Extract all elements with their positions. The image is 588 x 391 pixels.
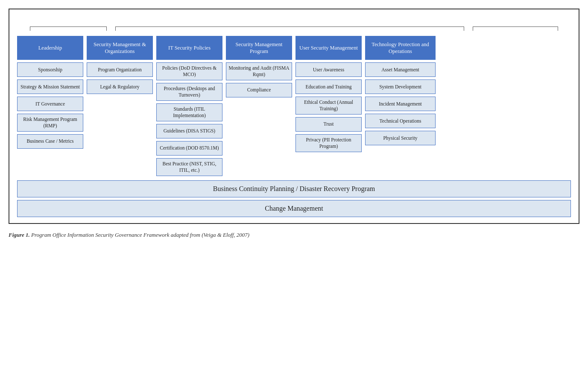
sub-box-itpol-2: Standards (ITIL Implementation)	[156, 103, 222, 121]
column-smo: Security Management & OrganizationsProgr…	[87, 36, 153, 94]
sub-box-usm-2: Ethical Conduct (Annual Training)	[295, 97, 362, 115]
sub-box-usm-4: Privacy (PII Protection Program)	[295, 134, 362, 152]
sub-box-tpo-2: Incident Management	[365, 97, 436, 111]
sub-box-itpol-4: Certification (DOD 8570.1M)	[156, 141, 222, 156]
sub-box-tpo-0: Asset Management	[365, 62, 436, 77]
col-header-itpol: IT Security Policies	[156, 36, 222, 60]
sub-box-itpol-0: Policies (DoD Directives & MCO)	[156, 62, 222, 80]
sub-box-itpol-5: Best Practice (NIST, STIG, ITIL, etc.)	[156, 158, 222, 176]
sub-box-itpol-3: Guidelines (DISA STIGS)	[156, 124, 222, 138]
sub-box-smp-1: Compliance	[226, 83, 292, 97]
col-header-tpo: Technology Protection and Operations	[365, 36, 436, 60]
bracket-strategic	[30, 26, 107, 31]
bottom-bar-1: Change Management	[17, 200, 571, 217]
sub-box-smo-1: Legal & Regulatory	[87, 79, 153, 94]
col-header-smo: Security Management & Organizations	[87, 36, 153, 60]
sub-box-smp-0: Monitoring and Audit (FISMA Rqmt)	[226, 62, 292, 80]
col-header-smp: Security Management Program	[226, 36, 292, 60]
column-tpo: Technology Protection and OperationsAsse…	[365, 36, 436, 145]
sub-box-leadership-3: Risk Management Program (RMP)	[17, 114, 83, 132]
sub-box-usm-1: Education and Training	[295, 79, 362, 94]
sub-box-tpo-3: Technical Operations	[365, 114, 436, 128]
brackets-row	[17, 26, 571, 31]
framework-frame: LeadershipSponsorshipStrategy & Mission …	[9, 9, 579, 224]
sub-box-leadership-0: Sponsorship	[17, 62, 83, 77]
col-header-leadership: Leadership	[17, 36, 83, 60]
column-smp: Security Management ProgramMonitoring an…	[226, 36, 292, 97]
sub-box-itpol-1: Procedures (Desktops and Turnovers)	[156, 83, 222, 101]
col-header-usm: User Security Management	[295, 36, 362, 60]
bottom-bars: Business Continuity Planning / Disaster …	[17, 180, 571, 217]
sub-box-usm-3: Trust	[295, 117, 362, 132]
caption-bold: Figure 1.	[9, 232, 30, 238]
column-itpol: IT Security PoliciesPolicies (DoD Direct…	[156, 36, 222, 176]
sub-box-tpo-1: System Development	[365, 79, 436, 94]
bracket-technical	[473, 26, 558, 31]
column-leadership: LeadershipSponsorshipStrategy & Mission …	[17, 36, 83, 149]
columns-area: LeadershipSponsorshipStrategy & Mission …	[17, 36, 571, 176]
sub-box-leadership-2: IT Governance	[17, 97, 83, 111]
column-usm: User Security ManagementUser AwarenessEd…	[295, 36, 362, 152]
sub-box-tpo-4: Physical Security	[365, 131, 436, 145]
sub-box-usm-0: User Awareness	[295, 62, 362, 77]
caption-text: Program Office Information Security Gove…	[31, 232, 249, 238]
caption: Figure 1. Program Office Information Sec…	[9, 232, 579, 238]
bottom-bar-0: Business Continuity Planning / Disaster …	[17, 180, 571, 197]
bracket-managerial	[115, 26, 464, 31]
sub-box-leadership-1: Strategy & Mission Statement	[17, 79, 83, 94]
sub-box-smo-0: Program Organization	[87, 62, 153, 77]
sub-box-leadership-4: Business Case / Metrics	[17, 134, 83, 149]
